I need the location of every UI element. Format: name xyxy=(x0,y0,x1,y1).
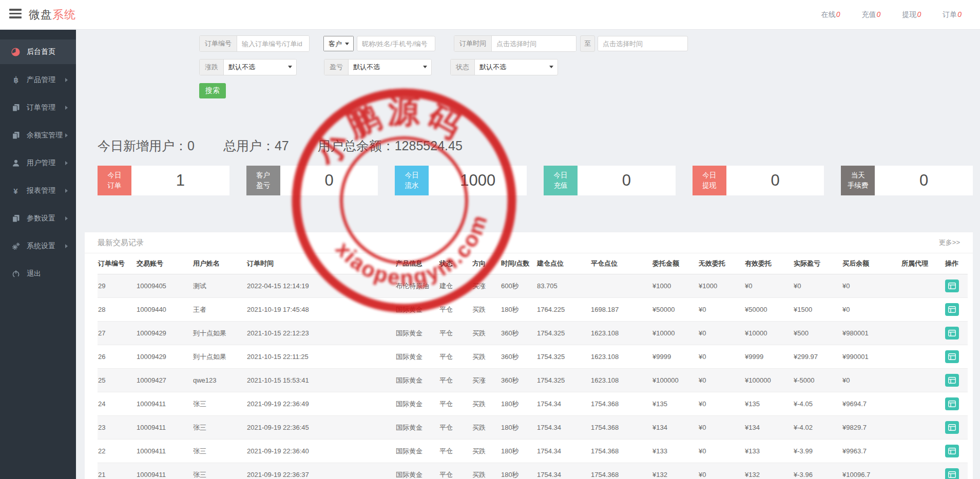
cell-username: 王者 xyxy=(193,298,246,322)
cell-username: 到十点如果 xyxy=(193,322,246,345)
cell-status: 平仓 xyxy=(439,345,472,369)
sidebar-item-system[interactable]: 系统设置 xyxy=(0,232,76,260)
cell-open-point: 1754.34 xyxy=(536,392,590,416)
top-bar: 微盘系统 在线0 充值0 提现0 订单0 xyxy=(0,0,980,30)
sidebar-item-reports[interactable]: ¥ 报表管理 xyxy=(0,177,76,205)
link-orders[interactable]: 订单0 xyxy=(943,10,962,19)
sidebar-item-dashboard[interactable]: 后台首页 xyxy=(0,39,76,64)
cell-invalid: ¥0 xyxy=(698,392,744,416)
cell-status: 平仓 xyxy=(439,440,472,463)
sidebar-item-orders[interactable]: 订单管理 xyxy=(0,94,76,122)
cell-action xyxy=(945,416,968,440)
card-value: 0 xyxy=(726,166,824,195)
row-detail-button[interactable] xyxy=(945,303,959,316)
row-detail-button[interactable] xyxy=(945,280,959,292)
sidebar-item-products[interactable]: B 产品管理 xyxy=(0,66,76,94)
profit-select-wrap: 默认不选 xyxy=(349,59,431,75)
cell-valid: ¥135 xyxy=(744,392,793,416)
more-link[interactable]: 更多>> xyxy=(939,238,960,247)
row-detail-button[interactable] xyxy=(945,468,959,479)
card-customer-pl: 客户盈亏 0 xyxy=(246,166,378,195)
cell-duration: 180秒 xyxy=(501,463,536,479)
gears-icon xyxy=(11,242,20,251)
cell-profit: ¥-5000 xyxy=(793,369,842,392)
brand-dark: 微盘 xyxy=(29,8,52,21)
cell-invalid: ¥0 xyxy=(698,463,744,479)
row-detail-button[interactable] xyxy=(945,397,959,410)
cell-duration: 180秒 xyxy=(501,416,536,440)
link-online[interactable]: 在线0 xyxy=(821,10,840,19)
cell-account: 10009440 xyxy=(136,298,193,322)
cell-amount: ¥9999 xyxy=(652,345,698,369)
card-today-withdraw: 今日提现 0 xyxy=(693,166,824,195)
order-time-end-input[interactable] xyxy=(598,36,688,51)
stats-line: 今日新增用户：0 总用户：47 用户总余额：1285524.45 xyxy=(98,137,980,154)
cell-open-point: 1754.34 xyxy=(536,416,590,440)
cell-direction: 买跌 xyxy=(472,440,501,463)
cell-open-point: 1754.325 xyxy=(536,322,590,345)
order-no-input[interactable] xyxy=(237,36,310,51)
card-today-orders: 今日订单 1 xyxy=(98,166,229,195)
sidebar-item-users[interactable]: 用户管理 xyxy=(0,149,76,177)
cell-action xyxy=(945,392,968,416)
sidebar-item-logout[interactable]: 退出 xyxy=(0,260,76,288)
cell-username: 到十点如果 xyxy=(193,345,246,369)
card-label: 今日提现 xyxy=(693,166,726,195)
cell-status: 平仓 xyxy=(439,298,472,322)
row-detail-button[interactable] xyxy=(945,374,959,387)
cell-order-id: 22 xyxy=(98,440,136,463)
files-icon xyxy=(11,104,20,112)
status-group: 状态 默认不选 xyxy=(450,59,558,75)
cell-agent xyxy=(901,298,945,322)
cell-status: 平仓 xyxy=(439,392,472,416)
cell-invalid: ¥0 xyxy=(698,298,744,322)
cell-profit: ¥-3.96 xyxy=(793,463,842,479)
cell-account: 10009427 xyxy=(136,369,193,392)
sidebar-item-label: 产品管理 xyxy=(27,75,55,85)
search-button[interactable]: 搜索 xyxy=(199,83,226,98)
table-row: 26 10009429 到十点如果 2021-10-15 22:11:25 国际… xyxy=(98,345,968,369)
cell-profit: ¥-4.05 xyxy=(793,392,842,416)
row-detail-button[interactable] xyxy=(945,421,959,434)
link-recharge[interactable]: 充值0 xyxy=(862,10,881,19)
cell-product: 国际黄金 xyxy=(395,392,439,416)
cell-order-id: 29 xyxy=(98,274,136,298)
profit-select[interactable]: 默认不选 xyxy=(349,59,431,74)
app-logo: 微盘系统 xyxy=(29,7,76,23)
col-close-point: 平仓点位 xyxy=(590,253,652,274)
cell-profit: ¥500 xyxy=(793,322,842,345)
cell-profit: ¥-3.99 xyxy=(793,440,842,463)
link-withdraw[interactable]: 提现0 xyxy=(902,10,921,19)
cell-direction: 买跌 xyxy=(472,392,501,416)
cell-close-point: 1754.368 xyxy=(590,440,652,463)
cell-balance: ¥9829.7 xyxy=(842,416,901,440)
sidebar-item-yuebao[interactable]: 余额宝管理 xyxy=(0,122,76,149)
status-select-wrap: 默认不选 xyxy=(475,59,558,75)
cell-open-point: 1754.325 xyxy=(536,369,590,392)
updown-select[interactable]: 默认不选 xyxy=(224,59,296,74)
power-icon xyxy=(11,270,20,278)
trade-table-body: 29 10009405 测试 2022-04-15 12:14:19 布伦特原油… xyxy=(98,274,968,479)
col-amount: 委托金额 xyxy=(652,253,698,274)
hamburger-menu-icon[interactable] xyxy=(9,9,22,20)
main-content: 订单编号 客户 订单时间 至 涨跌 默认不选 xyxy=(76,29,980,479)
row-detail-button[interactable] xyxy=(945,350,959,363)
cell-valid: ¥134 xyxy=(744,416,793,440)
row-detail-button[interactable] xyxy=(945,445,959,457)
order-time-label: 订单时间 xyxy=(454,36,492,51)
cell-amount: ¥135 xyxy=(652,392,698,416)
chevron-right-icon xyxy=(65,189,68,193)
customer-type-select[interactable]: 客户 xyxy=(324,36,353,51)
cell-action xyxy=(945,463,968,479)
customer-keyword-input[interactable] xyxy=(357,36,435,51)
cell-close-point xyxy=(590,274,652,298)
updown-group: 涨跌 默认不选 xyxy=(199,59,297,75)
sidebar-item-params[interactable]: 参数设置 xyxy=(0,205,76,232)
order-time-start-input[interactable] xyxy=(492,36,577,51)
list-icon xyxy=(948,306,956,313)
status-select[interactable]: 默认不选 xyxy=(475,59,558,74)
cell-product: 国际黄金 xyxy=(395,322,439,345)
list-icon xyxy=(948,448,956,454)
cell-agent xyxy=(901,440,945,463)
row-detail-button[interactable] xyxy=(945,327,959,340)
